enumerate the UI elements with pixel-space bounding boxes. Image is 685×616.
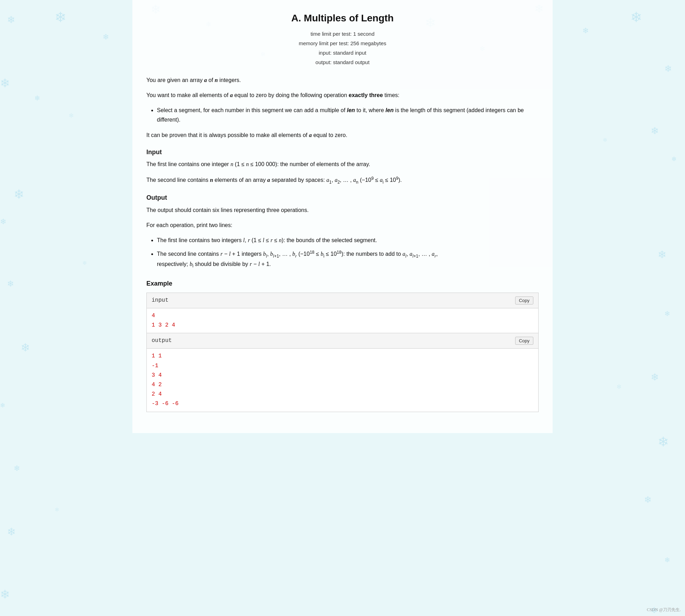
operation-list: Select a segment, for each number in thi…: [157, 105, 539, 124]
output-line-5: 2 4: [152, 390, 533, 399]
output-heading: Output: [146, 192, 539, 203]
output-p1: The output should contain six lines repr…: [146, 205, 539, 215]
example-heading: Example: [146, 278, 539, 289]
input-example-content: 4 1 3 2 4: [147, 308, 538, 333]
input-p2: The second line contains n elements of a…: [146, 175, 539, 186]
intro-p1: You are given an array a of n integers.: [146, 75, 539, 85]
time-limit: time limit per test: 1 second: [146, 29, 539, 39]
input-example-header: input Copy: [147, 293, 538, 308]
copy-output-button[interactable]: Copy: [515, 337, 533, 345]
input-heading: Input: [146, 147, 539, 158]
output-label: output: [152, 336, 172, 345]
output-line-6: -3 -6 -6: [152, 399, 533, 409]
input-line-1: 4: [152, 311, 533, 321]
input-type: input: standard input: [146, 48, 539, 57]
input-line-2: 1 3 2 4: [152, 321, 533, 330]
output-line-2: -1: [152, 361, 533, 371]
main-content: A. Multiples of Length time limit per te…: [132, 0, 553, 433]
problem-text: You are given an array a of n integers. …: [146, 75, 539, 412]
input-example-box: input Copy 4 1 3 2 4: [146, 293, 539, 334]
meta-info: time limit per test: 1 second memory lim…: [146, 29, 539, 67]
intro-p2: You want to make all elements of a equal…: [146, 90, 539, 100]
input-p1: The first line contains one integer n (1…: [146, 159, 539, 169]
copy-input-button[interactable]: Copy: [515, 296, 533, 304]
output-bullet1: The first line contains two integers l, …: [157, 235, 539, 245]
page-title: A. Multiples of Length: [146, 11, 539, 26]
output-line-4: 4 2: [152, 380, 533, 390]
watermark: CSDN @刀刃先生.: [647, 607, 681, 613]
input-label: input: [152, 296, 168, 305]
output-bullet2: The second line contains r − l + 1 integ…: [157, 249, 539, 270]
output-p2: For each operation, print two lines:: [146, 220, 539, 230]
output-example-content: 1 1 -1 3 4 4 2 2 4 -3 -6 -6: [147, 349, 538, 411]
operation-item: Select a segment, for each number in thi…: [157, 105, 539, 124]
output-example-header: output Copy: [147, 333, 538, 349]
output-list: The first line contains two integers l, …: [157, 235, 539, 270]
memory-limit: memory limit per test: 256 megabytes: [146, 39, 539, 48]
output-line-3: 3 4: [152, 371, 533, 380]
output-example-box: output Copy 1 1 -1 3 4 4 2 2 4 -3 -6 -6: [146, 333, 539, 412]
output-type: output: standard output: [146, 57, 539, 67]
provable-text: It can be proven that it is always possi…: [146, 130, 539, 140]
output-line-1: 1 1: [152, 351, 533, 361]
